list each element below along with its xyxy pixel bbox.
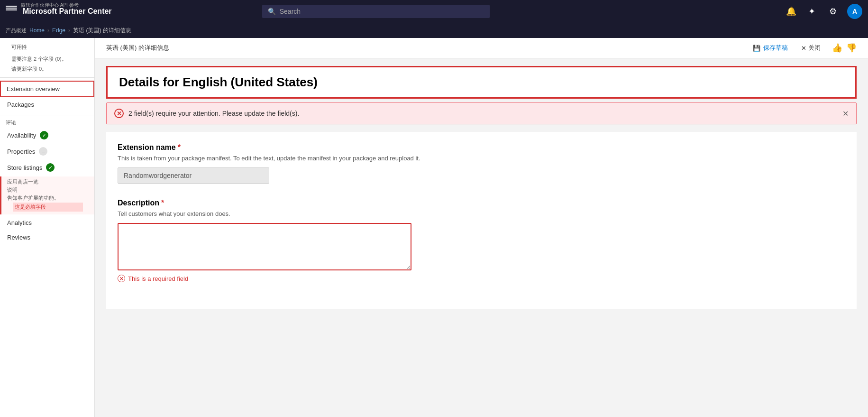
content-header-title: 英语 (美国) 的详细信息 xyxy=(106,44,741,52)
sidebar-update-note: 请更新字段 0。 xyxy=(6,65,89,74)
extension-name-group: Extension name* This is taken from your … xyxy=(118,143,845,184)
alert-icon: ✕ xyxy=(114,109,124,118)
save-draft-button[interactable]: 💾 保存草稿 xyxy=(749,42,792,54)
search-input[interactable] xyxy=(280,8,484,15)
sidebar-item-label-packages: Packages xyxy=(7,101,34,108)
menu-icon[interactable] xyxy=(6,6,17,17)
description-required-star: * xyxy=(161,199,164,207)
description-cn-hint: 告知客户扩展的功能。 xyxy=(7,195,89,202)
sidebar-attention-header: 可用性 xyxy=(6,41,89,54)
sidebar-item-label-analytics: Analytics xyxy=(7,219,32,226)
breadcrumb-sep2: › xyxy=(68,27,70,34)
sidebar-item-extension-overview[interactable]: Extension overview xyxy=(0,81,94,97)
description-group: Description* Tell customers what your ex… xyxy=(118,199,845,282)
details-title: Details for English (United States) xyxy=(119,75,844,90)
api-label: 微软合作伙伴中心 API 参考 xyxy=(21,2,79,9)
extension-name-label: Extension name* xyxy=(118,143,845,152)
sparkle-icon[interactable]: ✦ xyxy=(805,5,819,18)
sidebar-divider-1 xyxy=(0,77,94,78)
sidebar-item-label-store-listings: Store listings xyxy=(7,164,42,171)
alert-banner-left: ✕ 2 field(s) require your attention. Ple… xyxy=(114,109,299,118)
topbar: 微软合作伙伴中心 API 参考 Microsoft Partner Center… xyxy=(0,0,868,23)
description-error-text: This is a required field xyxy=(128,275,188,282)
sidebar: 可用性 需要注意 2 个字段 (0)。 请更新字段 0。 Extension o… xyxy=(0,38,95,417)
sidebar-item-properties[interactable]: Properties – xyxy=(0,143,94,159)
breadcrumb-sep1: › xyxy=(47,27,49,34)
description-textarea[interactable] xyxy=(118,223,411,270)
save-draft-icon: 💾 xyxy=(753,45,760,52)
sidebar-item-availability[interactable]: Availability ✓ xyxy=(0,127,94,143)
notifications-icon[interactable]: 🔔 xyxy=(785,5,798,18)
thumbs-down-button[interactable]: 👎 xyxy=(846,43,857,53)
description-error-icon: ✕ xyxy=(118,275,125,282)
sidebar-attention-note: 需要注意 2 个字段 (0)。 xyxy=(6,55,89,64)
extension-name-section: Extension name* This is taken from your … xyxy=(106,132,857,309)
availability-check-icon: ✓ xyxy=(40,131,48,139)
description-hint: Tell customers what your extension does. xyxy=(118,210,845,217)
sidebar-item-analytics[interactable]: Analytics xyxy=(0,215,94,230)
topbar-right: 🔔 ✦ ⚙ A xyxy=(785,4,862,19)
content-area: 英语 (美国) 的详细信息 💾 保存草稿 ✕ 关闭 👍 👎 Details xyxy=(95,38,868,417)
thumbs-up-button[interactable]: 👍 xyxy=(832,43,842,53)
description-label: Description* xyxy=(118,199,845,207)
main-layout: 可用性 需要注意 2 个字段 (0)。 请更新字段 0。 Extension o… xyxy=(0,38,868,417)
breadcrumb-edge[interactable]: Edge xyxy=(52,27,65,34)
properties-pending-icon: – xyxy=(39,147,47,156)
store-listings-check-icon: ✓ xyxy=(46,163,55,172)
avatar[interactable]: A xyxy=(847,4,862,19)
extension-name-required-star: * xyxy=(178,143,181,151)
sidebar-item-label-properties: Properties xyxy=(7,148,35,155)
alert-banner: ✕ 2 field(s) require your attention. Ple… xyxy=(106,102,857,124)
close-label: 关闭 xyxy=(808,44,821,52)
description-cn-label: 说明 xyxy=(7,186,89,194)
sidebar-item-label-extension-overview: Extension overview xyxy=(7,85,60,93)
content-header: 英语 (美国) 的详细信息 💾 保存草稿 ✕ 关闭 👍 👎 xyxy=(95,38,868,58)
search-bar[interactable]: 🔍 xyxy=(262,5,490,18)
extension-name-value: Randomwordgenerator xyxy=(118,167,269,184)
close-button[interactable]: ✕ 关闭 xyxy=(797,42,824,54)
breadcrumb-current: 英语 (美国) 的详细信息 xyxy=(73,27,131,35)
store-listings-attention: 应用商店一览 xyxy=(7,178,89,185)
sidebar-item-store-listings[interactable]: Store listings ✓ xyxy=(0,159,94,176)
close-icon: ✕ xyxy=(801,45,806,52)
review-section-label: 评论 xyxy=(0,118,94,127)
sidebar-item-label-reviews: Reviews xyxy=(7,234,30,241)
required-field-note-sidebar: 这是必填字段 xyxy=(13,203,83,212)
sidebar-item-label-availability: Availability xyxy=(7,132,36,139)
extension-name-hint: This is taken from your package manifest… xyxy=(118,155,845,162)
feedback-buttons: 👍 👎 xyxy=(832,43,857,53)
content-header-actions: 💾 保存草稿 ✕ 关闭 xyxy=(749,42,824,54)
breadcrumb-home[interactable]: Home xyxy=(29,27,45,34)
sidebar-item-packages[interactable]: Packages xyxy=(0,97,94,112)
content-body: Details for English (United States) ✕ 2 … xyxy=(95,58,868,417)
alert-text: 2 field(s) require your attention. Pleas… xyxy=(128,110,299,117)
breadcrumb-section-label: 产品概述 xyxy=(6,27,27,34)
sidebar-divider-review xyxy=(0,115,94,115)
description-error: ✕ This is a required field xyxy=(118,275,845,282)
breadcrumb: 产品概述 Home › Edge › 英语 (美国) 的详细信息 xyxy=(0,23,868,38)
search-icon: 🔍 xyxy=(268,8,276,15)
alert-close-button[interactable]: ✕ xyxy=(842,109,849,118)
settings-icon[interactable]: ⚙ xyxy=(826,5,840,18)
details-header: Details for English (United States) xyxy=(106,66,857,99)
sidebar-item-reviews[interactable]: Reviews xyxy=(0,230,94,245)
save-draft-label: 保存草稿 xyxy=(763,44,788,52)
